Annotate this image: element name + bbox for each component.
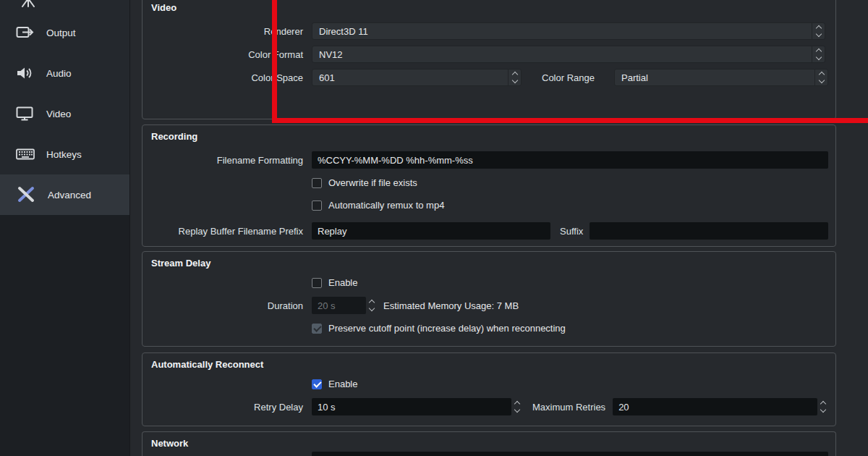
color-format-value: NV12 <box>312 46 812 62</box>
video-section: Video Renderer Direct3D 11 Color Format … <box>142 0 836 119</box>
sidebar-item-label: Output <box>46 28 76 38</box>
overwrite-checkbox-label: Overwrite if file exists <box>328 177 417 188</box>
recording-section: Recording Filename Formatting Overwrite … <box>142 124 836 247</box>
retry-delay-label: Retry Delay <box>142 402 312 413</box>
stream-delay-enable-label: Enable <box>328 277 357 288</box>
advanced-settings-panel: Video Renderer Direct3D 11 Color Format … <box>131 0 868 456</box>
reconnect-enable-row: Enable <box>312 379 835 389</box>
filename-formatting-input[interactable] <box>312 151 828 169</box>
video-icon <box>16 106 35 122</box>
sidebar-item-advanced[interactable]: Advanced <box>0 174 129 215</box>
overwrite-checkbox-row: Overwrite if file exists <box>312 177 835 188</box>
reconnect-enable-label: Enable <box>328 379 357 389</box>
color-range-spin-buttons[interactable] <box>814 69 827 85</box>
retry-delay-value: 10 s <box>318 402 336 413</box>
sidebar-item-label: Hotkeys <box>46 149 82 160</box>
reconnect-enable-checkbox[interactable] <box>312 379 322 389</box>
settings-nav-list: Output Audio Video <box>0 0 129 215</box>
sidebar-item-label: Audio <box>46 68 72 79</box>
stream-delay-section-title: Stream Delay <box>142 252 835 269</box>
stream-delay-enable-row: Enable <box>312 277 835 288</box>
color-range-value: Partial <box>615 69 814 85</box>
replay-suffix-input[interactable] <box>590 222 828 240</box>
renderer-select[interactable]: Direct3D 11 <box>312 22 825 40</box>
color-space-label: Color Space <box>142 72 312 83</box>
memory-usage-text: Estimated Memory Usage: 7 MB <box>383 300 519 311</box>
color-range-select[interactable]: Partial <box>614 69 828 86</box>
renderer-label: Renderer <box>142 26 312 37</box>
filename-formatting-label: Filename Formatting <box>142 155 312 166</box>
preserve-cutoff-label: Preserve cutoff point (increase delay) w… <box>328 323 566 334</box>
auto-reconnect-section-title: Automatically Reconnect <box>142 353 835 370</box>
audio-icon <box>16 65 35 81</box>
video-section-title: Video <box>142 0 835 13</box>
color-format-label: Color Format <box>142 49 312 60</box>
remux-checkbox-row: Automatically remux to mp4 <box>312 200 835 211</box>
advanced-tools-icon <box>16 186 36 203</box>
max-retries-input[interactable]: 20 <box>613 398 817 415</box>
sidebar-item-video[interactable]: Video <box>0 93 129 134</box>
remux-checkbox[interactable] <box>312 200 322 211</box>
stream-delay-enable-checkbox[interactable] <box>312 278 322 288</box>
replay-suffix-label: Suffix <box>560 226 583 237</box>
sidebar-item-hotkeys[interactable]: Hotkeys <box>0 134 129 174</box>
stream-icon <box>19 0 38 7</box>
color-format-spin-buttons[interactable] <box>812 46 825 62</box>
output-icon <box>16 25 35 41</box>
color-range-label: Color Range <box>542 72 595 83</box>
renderer-spin-buttons[interactable] <box>812 23 825 39</box>
color-space-spin-buttons[interactable] <box>508 69 521 85</box>
sidebar-item-audio[interactable]: Audio <box>0 53 129 93</box>
preserve-cutoff-checkbox <box>312 324 322 334</box>
retry-delay-input[interactable]: 10 s <box>312 398 511 415</box>
replay-prefix-input[interactable] <box>312 222 550 240</box>
auto-reconnect-section: Automatically Reconnect Enable Retry Del… <box>142 352 836 426</box>
settings-sidebar: Output Audio Video <box>0 0 130 456</box>
sidebar-item-stream[interactable] <box>0 0 129 12</box>
network-section: Network <box>142 431 836 456</box>
sidebar-item-label: Advanced <box>48 190 91 200</box>
renderer-value: Direct3D 11 <box>312 23 812 39</box>
duration-spin-buttons <box>366 297 378 314</box>
remux-checkbox-label: Automatically remux to mp4 <box>328 200 444 211</box>
color-space-select[interactable]: 601 <box>312 69 522 86</box>
sidebar-item-output[interactable]: Output <box>0 12 129 53</box>
recording-section-title: Recording <box>142 125 835 142</box>
network-section-title: Network <box>142 432 835 449</box>
replay-prefix-label: Replay Buffer Filename Prefix <box>142 226 312 237</box>
overwrite-checkbox[interactable] <box>312 178 322 188</box>
sidebar-item-label: Video <box>46 109 71 119</box>
color-format-select[interactable]: NV12 <box>312 46 825 63</box>
bind-to-ip-select[interactable] <box>312 452 828 456</box>
stream-delay-section: Stream Delay Enable Duration 20 s Estima… <box>142 251 836 347</box>
duration-input: 20 s <box>312 297 366 314</box>
obs-settings-window: Output Audio Video <box>0 0 868 456</box>
max-retries-spin-buttons[interactable] <box>817 398 829 415</box>
retry-delay-spin-buttons[interactable] <box>511 398 523 415</box>
max-retries-value: 20 <box>618 402 629 413</box>
duration-value: 20 s <box>318 300 336 311</box>
preserve-cutoff-row: Preserve cutoff point (increase delay) w… <box>312 323 835 334</box>
hotkeys-icon <box>16 146 35 162</box>
color-space-value: 601 <box>312 69 508 85</box>
max-retries-label: Maximum Retries <box>532 402 605 413</box>
duration-label: Duration <box>142 300 312 311</box>
